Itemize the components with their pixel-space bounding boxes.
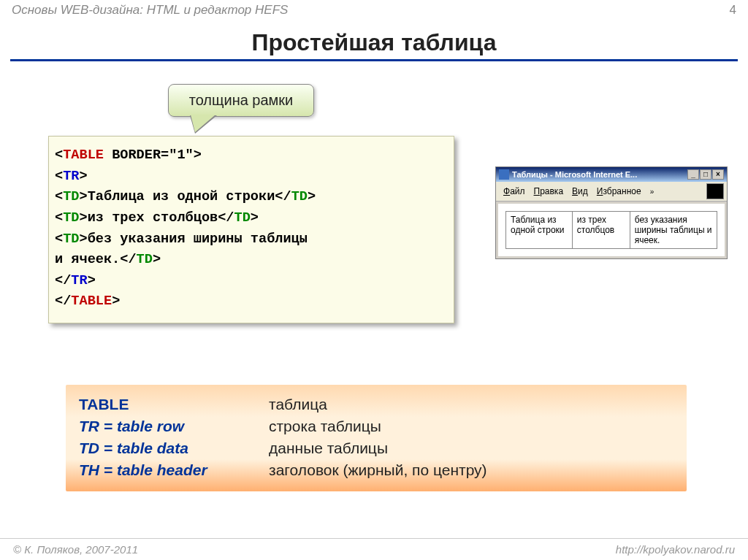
title-divider: [10, 59, 738, 61]
minimize-button[interactable]: _: [687, 169, 699, 180]
callout: толщина рамки: [168, 84, 314, 117]
legend-term: TH = table header: [79, 461, 269, 479]
table-cell: без указания ширины таблицы и ячеек.: [630, 212, 717, 249]
close-button[interactable]: ×: [712, 169, 724, 180]
menu-edit[interactable]: Правка: [530, 185, 568, 198]
footer-copyright: © К. Поляков, 2007-2011: [13, 543, 138, 556]
page-number: 4: [730, 3, 736, 18]
footer-url: http://kpolyakov.narod.ru: [616, 543, 735, 556]
menu-more-icon[interactable]: »: [647, 188, 657, 196]
rendered-table: Таблица из одной строки из трех столбцов…: [505, 211, 717, 249]
browser-menubar: Файл Правка Вид Избранное »: [496, 182, 727, 202]
menu-view[interactable]: Вид: [568, 185, 592, 198]
slide-title: Простейшая таблица: [0, 29, 748, 56]
legend-desc: данные таблицы: [269, 440, 388, 457]
table-cell: Таблица из одной строки: [506, 212, 573, 249]
footer: © К. Поляков, 2007-2011 http://kpolyakov…: [0, 538, 748, 560]
browser-title: Таблицы - Microsoft Internet E...: [512, 170, 687, 179]
menu-file[interactable]: Файл: [499, 185, 530, 198]
legend-row: TABLE таблица: [79, 394, 673, 415]
browser-content: Таблица из одной строки из трех столбцов…: [498, 204, 725, 256]
browser-titlebar: Таблицы - Microsoft Internet E... _ □ ×: [496, 167, 727, 182]
browser-window: Таблицы - Microsoft Internet E... _ □ × …: [495, 166, 728, 259]
table-row: Таблица из одной строки из трех столбцов…: [506, 212, 717, 249]
code-block: <TABLE BORDER="1"> <TR> <TD>Таблица из о…: [48, 136, 454, 323]
legend-desc: строка таблицы: [269, 418, 381, 435]
legend-desc: таблица: [269, 396, 327, 413]
legend-term: TABLE: [79, 396, 269, 413]
ie-logo-icon: [706, 183, 724, 199]
header-title: Основы WEB-дизайна: HTML и редактор HEFS: [12, 3, 288, 18]
legend-term: TR = table row: [79, 418, 269, 435]
legend-row: TR = table row строка таблицы: [79, 415, 673, 437]
maximize-button[interactable]: □: [700, 169, 711, 180]
legend-term: TD = table data: [79, 440, 269, 457]
menu-favorites[interactable]: Избранное: [592, 185, 646, 198]
ie-icon: [499, 169, 509, 180]
legend-row: TH = table header заголовок (жирный, по …: [79, 459, 673, 481]
table-cell: из трех столбцов: [572, 212, 630, 249]
legend-table: TABLE таблица TR = table row строка табл…: [66, 385, 687, 491]
legend-row: TD = table data данные таблицы: [79, 437, 673, 459]
legend-desc: заголовок (жирный, по центру): [269, 461, 487, 479]
